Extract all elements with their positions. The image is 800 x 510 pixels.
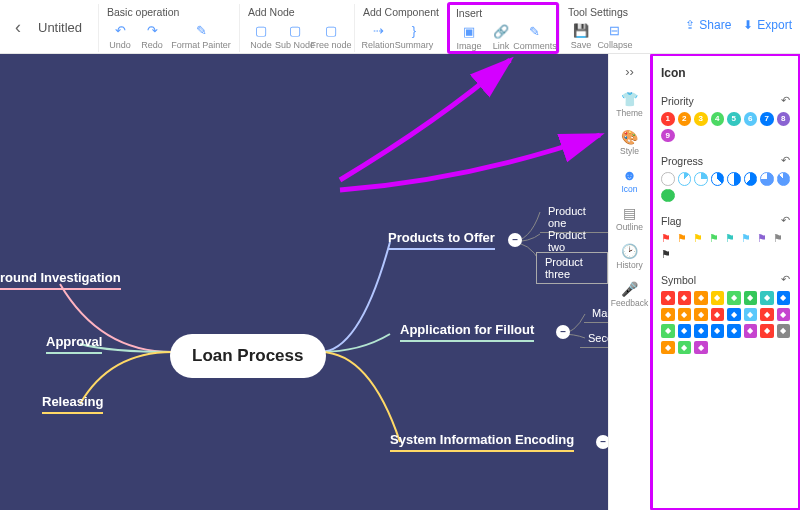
- progress-5[interactable]: [744, 172, 758, 186]
- symbol-23[interactable]: ◆: [777, 324, 791, 338]
- priority-8[interactable]: 8: [777, 112, 791, 126]
- symbol-5[interactable]: ◆: [744, 291, 758, 305]
- branch-left-0[interactable]: round Investigation: [0, 270, 121, 290]
- doc-title[interactable]: Untitled: [28, 4, 98, 35]
- priority-9[interactable]: 9: [661, 129, 675, 143]
- symbol-11[interactable]: ◆: [711, 308, 725, 322]
- undo-button[interactable]: ↶Undo: [105, 21, 135, 50]
- share-button[interactable]: ⇪Share: [685, 18, 731, 32]
- symbol-17[interactable]: ◆: [678, 324, 692, 338]
- redo-button[interactable]: ↷Redo: [137, 21, 167, 50]
- collapse-button[interactable]: ⊟Collapse: [598, 21, 632, 50]
- progress-2[interactable]: [694, 172, 708, 186]
- symbol-label: Symbol: [661, 274, 696, 286]
- leaf-selected[interactable]: Product three: [536, 252, 608, 284]
- symbol-2[interactable]: ◆: [694, 291, 708, 305]
- progress-7[interactable]: [777, 172, 791, 186]
- branch-left-1[interactable]: Approval: [46, 334, 102, 354]
- priority-grid: 123456789: [661, 110, 790, 148]
- mindmap-canvas[interactable]: Loan Process round Investigation Approva…: [0, 54, 608, 510]
- symbol-21[interactable]: ◆: [744, 324, 758, 338]
- collapse-dot[interactable]: –: [556, 325, 570, 339]
- symbol-3[interactable]: ◆: [711, 291, 725, 305]
- style-tab[interactable]: 🎨Style: [612, 123, 648, 161]
- flag-5[interactable]: ⚑: [741, 232, 754, 245]
- symbol-18[interactable]: ◆: [694, 324, 708, 338]
- priority-6[interactable]: 6: [744, 112, 758, 126]
- smile-icon: ☻: [622, 167, 637, 183]
- progress-0[interactable]: [661, 172, 675, 186]
- theme-tab[interactable]: 👕Theme: [612, 85, 648, 123]
- branch-right-0[interactable]: Products to Offer: [388, 230, 495, 250]
- image-button[interactable]: ▣Image: [454, 22, 484, 51]
- relation-button[interactable]: ⇢Relation: [361, 21, 395, 50]
- symbol-4[interactable]: ◆: [727, 291, 741, 305]
- export-button[interactable]: ⬇Export: [743, 18, 792, 32]
- flag-1[interactable]: ⚑: [677, 232, 690, 245]
- symbol-20[interactable]: ◆: [727, 324, 741, 338]
- symbol-9[interactable]: ◆: [678, 308, 692, 322]
- reset-priority[interactable]: ↶: [781, 94, 790, 107]
- branch-right-1[interactable]: Application for Fillout: [400, 322, 534, 342]
- priority-4[interactable]: 4: [711, 112, 725, 126]
- link-icon: 🔗: [492, 22, 510, 40]
- priority-3[interactable]: 3: [694, 112, 708, 126]
- flag-3[interactable]: ⚑: [709, 232, 722, 245]
- symbol-14[interactable]: ◆: [760, 308, 774, 322]
- symbol-0[interactable]: ◆: [661, 291, 675, 305]
- branch-right-2[interactable]: System Information Encoding: [390, 432, 574, 452]
- symbol-7[interactable]: ◆: [777, 291, 791, 305]
- priority-2[interactable]: 2: [678, 112, 692, 126]
- progress-4[interactable]: [727, 172, 741, 186]
- branch-left-2[interactable]: Releasing: [42, 394, 103, 414]
- symbol-24[interactable]: ◆: [661, 341, 675, 355]
- collapse-dot[interactable]: –: [596, 435, 608, 449]
- symbol-8[interactable]: ◆: [661, 308, 675, 322]
- priority-5[interactable]: 5: [727, 112, 741, 126]
- reset-flag[interactable]: ↶: [781, 214, 790, 227]
- flag-7[interactable]: ⚑: [773, 232, 786, 245]
- link-button[interactable]: 🔗Link: [486, 22, 516, 51]
- leaf[interactable]: Secondary: [580, 329, 608, 348]
- history-tab[interactable]: 🕑History: [612, 237, 648, 275]
- outline-tab[interactable]: ▤Outline: [612, 199, 648, 237]
- node-button[interactable]: ▢Node: [246, 21, 276, 50]
- flag-6[interactable]: ⚑: [757, 232, 770, 245]
- symbol-12[interactable]: ◆: [727, 308, 741, 322]
- freenode-button[interactable]: ▢Free node: [314, 21, 348, 50]
- progress-1[interactable]: [678, 172, 692, 186]
- leaf[interactable]: Main: [584, 304, 608, 323]
- symbol-16[interactable]: ◆: [661, 324, 675, 338]
- flag-8[interactable]: ⚑: [661, 248, 674, 261]
- symbol-13[interactable]: ◆: [744, 308, 758, 322]
- symbol-25[interactable]: ◆: [678, 341, 692, 355]
- reset-symbol[interactable]: ↶: [781, 273, 790, 286]
- flag-0[interactable]: ⚑: [661, 232, 674, 245]
- priority-7[interactable]: 7: [760, 112, 774, 126]
- save-button[interactable]: 💾Save: [566, 21, 596, 50]
- flag-2[interactable]: ⚑: [693, 232, 706, 245]
- subnode-button[interactable]: ▢Sub Node: [278, 21, 312, 50]
- feedback-tab[interactable]: 🎤Feedback: [612, 275, 648, 313]
- reset-progress[interactable]: ↶: [781, 154, 790, 167]
- flag-4[interactable]: ⚑: [725, 232, 738, 245]
- priority-1[interactable]: 1: [661, 112, 675, 126]
- collapse-panel-button[interactable]: ››: [625, 58, 634, 85]
- symbol-6[interactable]: ◆: [760, 291, 774, 305]
- symbol-10[interactable]: ◆: [694, 308, 708, 322]
- progress-6[interactable]: [760, 172, 774, 186]
- progress-8[interactable]: [661, 189, 675, 203]
- progress-3[interactable]: [711, 172, 725, 186]
- symbol-15[interactable]: ◆: [777, 308, 791, 322]
- comments-button[interactable]: ✎Comments: [518, 22, 552, 51]
- collapse-dot[interactable]: –: [508, 233, 522, 247]
- symbol-19[interactable]: ◆: [711, 324, 725, 338]
- icon-tab[interactable]: ☻Icon: [612, 161, 648, 199]
- back-button[interactable]: ‹: [8, 4, 28, 50]
- symbol-22[interactable]: ◆: [760, 324, 774, 338]
- summary-button[interactable]: }Summary: [397, 21, 431, 50]
- center-node[interactable]: Loan Process: [170, 334, 326, 378]
- symbol-26[interactable]: ◆: [694, 341, 708, 355]
- format-painter-button[interactable]: ✎Format Painter: [169, 21, 233, 50]
- symbol-1[interactable]: ◆: [678, 291, 692, 305]
